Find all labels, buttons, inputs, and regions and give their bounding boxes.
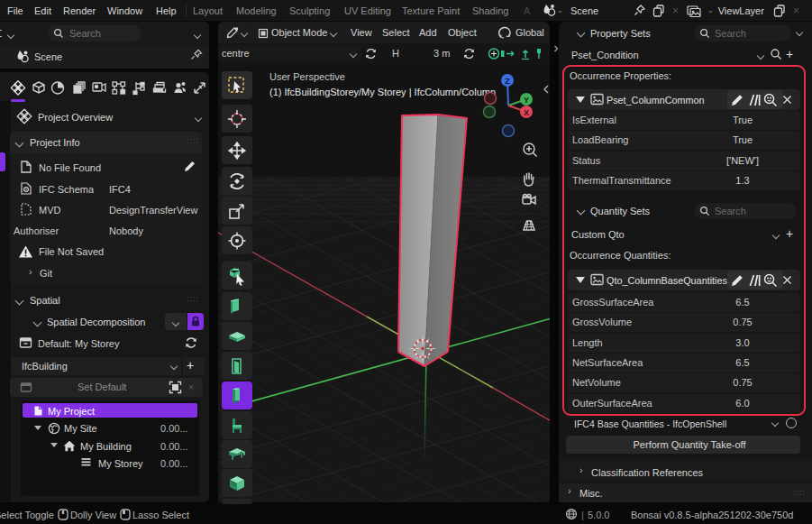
svg-text:X: X	[524, 108, 529, 117]
svg-text:Y: Y	[524, 96, 529, 105]
svg-text:Z: Z	[505, 77, 510, 86]
svg-text:User Perspective: User Perspective	[269, 71, 345, 82]
svg-text:(1) IfcBuildingStorey/My Store: (1) IfcBuildingStorey/My Storey | IfcCol…	[269, 87, 496, 97]
